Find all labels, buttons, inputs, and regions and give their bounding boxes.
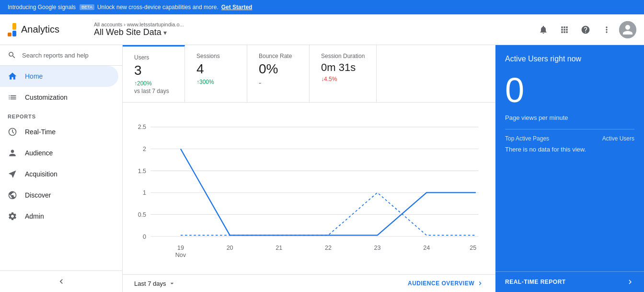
app-title: Analytics: [21, 24, 59, 35]
stat-bounce-value: 0%: [259, 61, 298, 77]
svg-text:25: 25: [470, 245, 476, 251]
content-area: Users 3 ↑200% vs last 7 days Sessions 4 …: [123, 45, 495, 292]
acquisition-icon: [8, 169, 17, 179]
home-icon: [8, 71, 17, 81]
stat-duration-label: Session Duration: [321, 53, 365, 59]
banner-cta[interactable]: Get Started: [221, 4, 253, 11]
logo-bar-large: [12, 23, 16, 30]
stat-users-value: 3: [134, 63, 173, 78]
svg-text:Nov: Nov: [175, 252, 186, 258]
search-icon: [8, 51, 16, 59]
audience-chart: 0 0.5 1 1.5 2 2.5 19 Nov 20 21 22 23 24 …: [134, 110, 484, 269]
svg-text:22: 22: [325, 245, 332, 251]
svg-text:23: 23: [374, 245, 381, 251]
discover-icon: [8, 190, 17, 200]
svg-text:0.5: 0.5: [138, 211, 146, 218]
property-selector[interactable]: All Web Site Data ▾: [94, 27, 535, 37]
svg-text:1.5: 1.5: [138, 168, 146, 175]
right-panel-count: 0: [495, 68, 644, 112]
svg-text:2.5: 2.5: [138, 124, 146, 130]
sidebar: Search reports and help Home Customizati…: [0, 45, 123, 292]
sidebar-item-discover[interactable]: Discover: [0, 185, 122, 206]
svg-text:19: 19: [177, 245, 184, 251]
svg-text:1: 1: [143, 189, 146, 196]
help-button[interactable]: [577, 21, 594, 38]
svg-text:21: 21: [276, 245, 282, 251]
sidebar-collapse-button[interactable]: [0, 270, 122, 292]
svg-text:24: 24: [423, 245, 430, 251]
audience-icon: [8, 148, 17, 158]
svg-text:0: 0: [143, 234, 146, 240]
stat-duration-change: ↓4.5%: [321, 76, 365, 82]
banner-body: Unlock new cross-device capabilities and…: [97, 4, 218, 11]
search-label: Search reports and help: [22, 52, 89, 59]
analytics-logo-icon: [8, 23, 16, 36]
logo-bar-blue: [12, 31, 16, 36]
header-nav: All accounts › www.letsstartupindia.o...…: [94, 22, 535, 37]
header-actions: [535, 21, 636, 38]
stat-sessions[interactable]: Sessions 4 ↑300%: [185, 45, 247, 102]
customization-icon: [8, 93, 17, 102]
search-bar[interactable]: Search reports and help: [0, 45, 122, 66]
sidebar-item-acquisition[interactable]: Acquisition: [0, 164, 122, 185]
header: Analytics All accounts › www.letsstartup…: [0, 14, 644, 45]
stat-sessions-value: 4: [196, 61, 235, 77]
sidebar-item-audience[interactable]: Audience: [0, 142, 122, 164]
banner-intro: Introducing Google signals: [8, 4, 76, 11]
stat-sessions-change: ↑300%: [196, 79, 235, 85]
sidebar-item-home[interactable]: Home: [0, 66, 118, 87]
main-layout: Search reports and help Home Customizati…: [0, 45, 644, 292]
right-panel-table: Top Active Pages Active Users There is n…: [495, 129, 644, 271]
property-chevron-icon: ▾: [163, 29, 167, 36]
stat-bounce-rate[interactable]: Bounce Rate 0% -: [247, 45, 310, 102]
more-options-button[interactable]: [598, 21, 615, 38]
logo-area: Analytics: [8, 23, 94, 36]
svg-text:20: 20: [227, 245, 233, 251]
grid-menu-button[interactable]: [556, 21, 573, 38]
sidebar-item-admin[interactable]: Admin: [0, 206, 122, 227]
stat-users[interactable]: Users 3 ↑200% vs last 7 days: [123, 45, 185, 102]
stat-users-label: Users: [134, 54, 173, 61]
sidebar-item-realtime[interactable]: Real-Time: [0, 121, 122, 142]
stats-row: Users 3 ↑200% vs last 7 days Sessions 4 …: [123, 45, 495, 103]
banner-beta: BETA: [80, 4, 94, 10]
stat-sessions-label: Sessions: [196, 53, 235, 59]
user-avatar[interactable]: [619, 21, 636, 38]
svg-text:2: 2: [143, 146, 146, 152]
admin-icon: [8, 211, 17, 221]
chart-footer: Last 7 days AUDIENCE OVERVIEW: [123, 274, 495, 292]
chart-container: 0 0.5 1 1.5 2 2.5 19 Nov 20 21 22 23 24 …: [123, 103, 495, 274]
right-panel-header: Active Users right now: [495, 45, 644, 68]
right-panel-subtitle: Page views per minute: [495, 112, 644, 129]
stat-duration-value: 0m 31s: [321, 61, 365, 74]
stat-session-duration[interactable]: Session Duration 0m 31s ↓4.5%: [310, 45, 377, 102]
breadcrumb: All accounts › www.letsstartupindia.o...: [94, 22, 535, 27]
right-panel-table-header: Top Active Pages Active Users: [505, 135, 634, 142]
sidebar-item-customization[interactable]: Customization: [0, 87, 122, 108]
stat-users-vs: vs last 7 days: [134, 88, 173, 94]
date-range-button[interactable]: Last 7 days: [134, 280, 176, 287]
realtime-icon: [8, 127, 17, 137]
audience-overview-link[interactable]: AUDIENCE OVERVIEW: [408, 280, 484, 287]
reports-section-label: REPORTS: [0, 108, 122, 121]
right-panel: Active Users right now 0 Page views per …: [495, 45, 644, 292]
notifications-button[interactable]: [535, 21, 552, 38]
right-panel-footer-link[interactable]: REAL-TIME REPORT: [495, 271, 644, 292]
right-panel-no-data: There is no data for this view.: [505, 146, 634, 153]
stat-users-change: ↑200%: [134, 80, 173, 87]
logo-bar-medium: [8, 33, 12, 36]
stat-bounce-label: Bounce Rate: [259, 53, 298, 59]
stat-bounce-change: -: [259, 79, 298, 87]
top-banner: Introducing Google signals BETA Unlock n…: [0, 0, 644, 14]
